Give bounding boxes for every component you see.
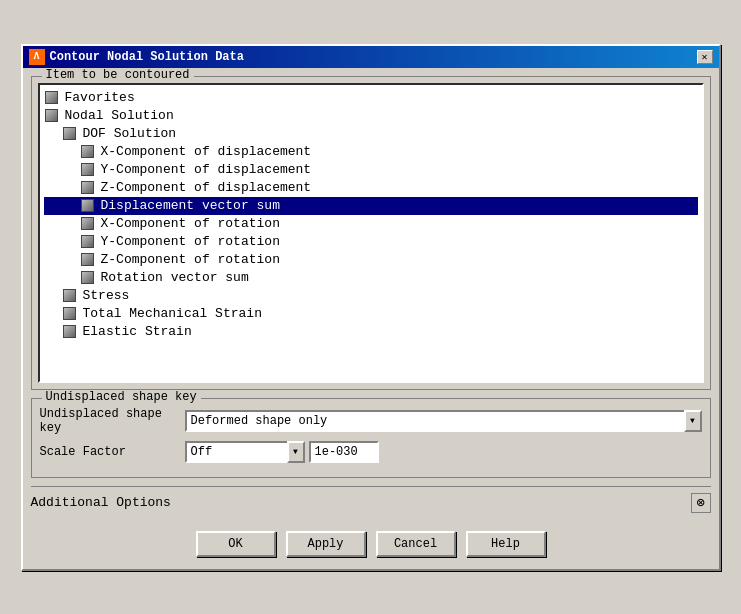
shape-key-label: Undisplaced shape key bbox=[40, 407, 185, 435]
shape-key-row: Undisplaced shape key Deformed shape onl… bbox=[40, 407, 702, 435]
tree-item-label: X-Component of rotation bbox=[101, 216, 280, 231]
scale-factor-select[interactable]: OffOnAuto bbox=[185, 441, 305, 463]
ok-button[interactable]: OK bbox=[196, 531, 276, 557]
tree-item-label: X-Component of displacement bbox=[101, 144, 312, 159]
tree-item[interactable]: Nodal Solution bbox=[44, 107, 698, 125]
tree-item-label: Stress bbox=[83, 288, 130, 303]
tree-item-label: Nodal Solution bbox=[65, 108, 174, 123]
cube-icon bbox=[45, 91, 58, 104]
tree-item-icon bbox=[80, 162, 98, 178]
tree-item-label: DOF Solution bbox=[83, 126, 177, 141]
tree-item[interactable]: Z-Component of displacement bbox=[44, 179, 698, 197]
tree-item-icon bbox=[80, 216, 98, 232]
cube-icon bbox=[81, 145, 94, 158]
tree-item-icon bbox=[80, 270, 98, 286]
main-dialog: Λ Contour Nodal Solution Data ✕ Item to … bbox=[21, 44, 721, 571]
cube-icon bbox=[63, 325, 76, 338]
tree-item-icon bbox=[80, 234, 98, 250]
tree-item-label: Z-Component of displacement bbox=[101, 180, 312, 195]
tree-item-icon bbox=[62, 288, 80, 304]
scale-factor-row: Scale Factor OffOnAuto ▼ bbox=[40, 441, 702, 463]
additional-options-toggle[interactable]: ⊗ bbox=[691, 493, 711, 513]
tree-item[interactable]: X-Component of rotation bbox=[44, 215, 698, 233]
tree-item-icon bbox=[80, 198, 98, 214]
cube-icon bbox=[45, 109, 58, 122]
tree-item[interactable]: X-Component of displacement bbox=[44, 143, 698, 161]
tree-item-icon bbox=[62, 126, 80, 142]
cube-icon bbox=[81, 217, 94, 230]
help-button[interactable]: Help bbox=[466, 531, 546, 557]
tree-item-icon bbox=[80, 144, 98, 160]
tree-item-label: Rotation vector sum bbox=[101, 270, 249, 285]
shape-key-select-wrapper: Deformed shape onlyUndeformed edgeUndefo… bbox=[185, 410, 702, 432]
cube-icon bbox=[81, 181, 94, 194]
tree-item-label: Z-Component of rotation bbox=[101, 252, 280, 267]
apply-button[interactable]: Apply bbox=[286, 531, 366, 557]
tree-group: Item to be contoured FavoritesNodal Solu… bbox=[31, 76, 711, 390]
cube-icon bbox=[81, 235, 94, 248]
tree-item[interactable]: Total Mechanical Strain bbox=[44, 305, 698, 323]
button-row: OK Apply Cancel Help bbox=[31, 527, 711, 561]
cube-icon bbox=[63, 289, 76, 302]
tree-item[interactable]: DOF Solution bbox=[44, 125, 698, 143]
tree-group-label: Item to be contoured bbox=[42, 68, 194, 82]
cancel-button[interactable]: Cancel bbox=[376, 531, 456, 557]
tree-item-icon bbox=[80, 180, 98, 196]
tree-item-label: Favorites bbox=[65, 90, 135, 105]
tree-item-icon bbox=[44, 108, 62, 124]
tree-item[interactable]: Elastic Strain bbox=[44, 323, 698, 341]
title-bar-left: Λ Contour Nodal Solution Data bbox=[29, 49, 244, 65]
tree-item-icon bbox=[62, 306, 80, 322]
dialog-body: Item to be contoured FavoritesNodal Solu… bbox=[23, 68, 719, 569]
tree-item[interactable]: Displacement vector sum bbox=[44, 197, 698, 215]
tree-item[interactable]: Y-Component of rotation bbox=[44, 233, 698, 251]
tree-item-label: Displacement vector sum bbox=[101, 198, 280, 213]
tree-item-icon bbox=[62, 324, 80, 340]
tree-item-label: Y-Component of displacement bbox=[101, 162, 312, 177]
cube-icon bbox=[81, 163, 94, 176]
scale-factor-input[interactable] bbox=[309, 441, 379, 463]
tree-item-label: Y-Component of rotation bbox=[101, 234, 280, 249]
scale-factor-label: Scale Factor bbox=[40, 445, 185, 459]
undisplaced-group-label: Undisplaced shape key bbox=[42, 390, 201, 404]
tree-item-label: Elastic Strain bbox=[83, 324, 192, 339]
shape-key-select[interactable]: Deformed shape onlyUndeformed edgeUndefo… bbox=[185, 410, 702, 432]
additional-options-bar: Additional Options ⊗ bbox=[31, 486, 711, 519]
close-button[interactable]: ✕ bbox=[697, 50, 713, 64]
undisplaced-group: Undisplaced shape key Undisplaced shape … bbox=[31, 398, 711, 478]
tree-item[interactable]: Z-Component of rotation bbox=[44, 251, 698, 269]
tree-item[interactable]: Rotation vector sum bbox=[44, 269, 698, 287]
app-icon: Λ bbox=[29, 49, 45, 65]
dialog-title: Contour Nodal Solution Data bbox=[50, 50, 244, 64]
cube-icon bbox=[63, 127, 76, 140]
tree-item-label: Total Mechanical Strain bbox=[83, 306, 262, 321]
tree-container[interactable]: FavoritesNodal SolutionDOF SolutionX-Com… bbox=[38, 83, 704, 383]
tree-item-icon bbox=[44, 90, 62, 106]
title-bar: Λ Contour Nodal Solution Data ✕ bbox=[23, 46, 719, 68]
tree-item[interactable]: Stress bbox=[44, 287, 698, 305]
cube-icon bbox=[81, 271, 94, 284]
cube-icon bbox=[63, 307, 76, 320]
additional-options-label: Additional Options bbox=[31, 495, 171, 510]
tree-item-icon bbox=[80, 252, 98, 268]
cube-icon bbox=[81, 253, 94, 266]
scale-factor-select-wrapper: OffOnAuto ▼ bbox=[185, 441, 305, 463]
cube-icon bbox=[81, 199, 94, 212]
tree-item[interactable]: Favorites bbox=[44, 89, 698, 107]
tree-item[interactable]: Y-Component of displacement bbox=[44, 161, 698, 179]
